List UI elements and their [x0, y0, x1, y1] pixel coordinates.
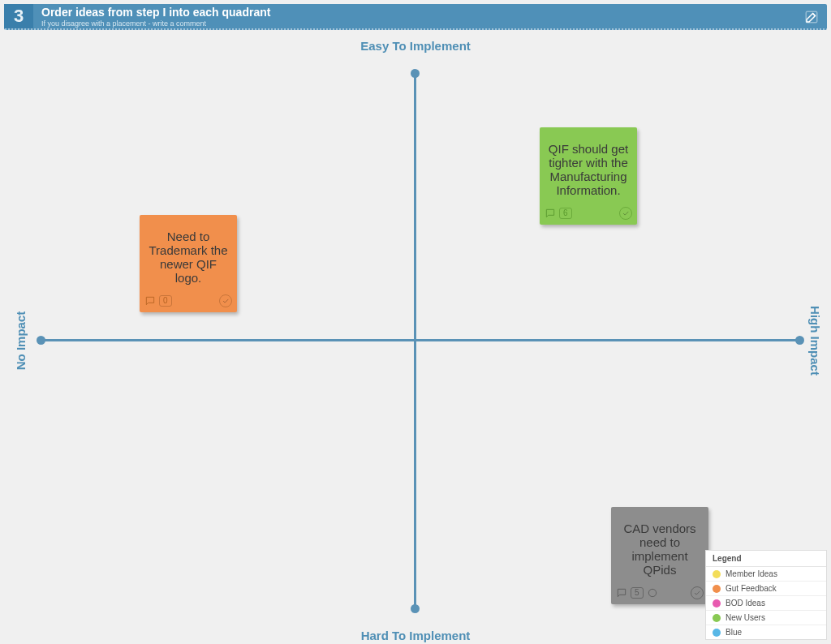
quadrant-canvas[interactable]: Easy To Implement Hard To Implement No I…: [4, 32, 827, 640]
legend-swatch: [713, 570, 721, 578]
step-title: Order ideas from step I into each quadra…: [41, 6, 270, 19]
reaction-icon[interactable]: [647, 587, 658, 599]
comment-count: 0: [159, 295, 172, 307]
axis-endpoint-right: [795, 336, 804, 345]
sticky-note-text: CAD vendors need to implement QPids: [619, 515, 700, 583]
legend-swatch: [713, 614, 721, 622]
app-root: 3 Order ideas from step I into each quad…: [0, 0, 831, 644]
legend-swatch: [713, 585, 721, 593]
legend-item[interactable]: Blue: [706, 625, 826, 639]
legend-swatch: [713, 629, 721, 637]
axis-label-bottom: Hard To Implement: [4, 629, 827, 642]
comment-icon[interactable]: [144, 295, 156, 307]
edit-icon: [804, 10, 819, 24]
legend-label: Gut Feedback: [726, 584, 777, 593]
legend-panel: Legend Member Ideas Gut Feedback BOD Ide…: [705, 550, 827, 640]
axis-vertical: [414, 73, 416, 608]
approve-toggle[interactable]: [619, 207, 632, 220]
approve-toggle[interactable]: [219, 294, 232, 307]
axis-label-top: Easy To Implement: [4, 39, 827, 53]
legend-swatch: [713, 599, 721, 608]
legend-item[interactable]: BOD Ideas: [706, 596, 826, 611]
comment-count: 5: [631, 587, 644, 599]
edit-step-button[interactable]: [803, 8, 820, 26]
axis-endpoint-top: [411, 69, 420, 78]
step-subtitle: If you disagree with a placement - write…: [41, 19, 270, 28]
legend-item[interactable]: Gut Feedback: [706, 582, 826, 596]
step-header-text: Order ideas from step I into each quadra…: [33, 4, 278, 28]
legend-item[interactable]: New Users: [706, 611, 826, 625]
axis-endpoint-bottom: [411, 604, 420, 613]
sticky-note[interactable]: Need to Trademark the newer QIF logo. 0: [140, 215, 237, 312]
legend-label: Member Ideas: [726, 569, 777, 578]
comment-count: 6: [559, 208, 572, 219]
sticky-note-text: QIF should get tighter with the Manufact…: [548, 135, 629, 204]
sticky-note-footer: 6: [545, 207, 632, 220]
sticky-note-footer: 5: [616, 586, 704, 599]
sticky-note-footer: 0: [144, 294, 232, 307]
step-header: 3 Order ideas from step I into each quad…: [4, 4, 827, 30]
comment-icon[interactable]: [545, 208, 556, 219]
sticky-note-text: Need to Trademark the newer QIF logo.: [148, 223, 229, 291]
sticky-note[interactable]: QIF should get tighter with the Manufact…: [540, 127, 637, 225]
legend-title: Legend: [706, 551, 826, 567]
axis-label-left: No Impact: [14, 311, 28, 371]
comment-icon[interactable]: [616, 587, 627, 599]
svg-point-1: [648, 589, 656, 596]
svg-rect-0: [806, 11, 817, 23]
axis-label-right: High Impact: [808, 306, 822, 376]
legend-label: BOD Ideas: [726, 599, 765, 608]
sticky-note[interactable]: CAD vendors need to implement QPids 5: [611, 507, 708, 604]
legend-item[interactable]: Member Ideas: [706, 567, 826, 582]
step-number: 3: [4, 4, 33, 28]
legend-label: Blue: [726, 628, 742, 637]
approve-toggle[interactable]: [691, 586, 704, 599]
legend-label: New Users: [726, 613, 765, 622]
axis-endpoint-left: [37, 336, 45, 345]
axis-horizontal: [41, 339, 799, 341]
